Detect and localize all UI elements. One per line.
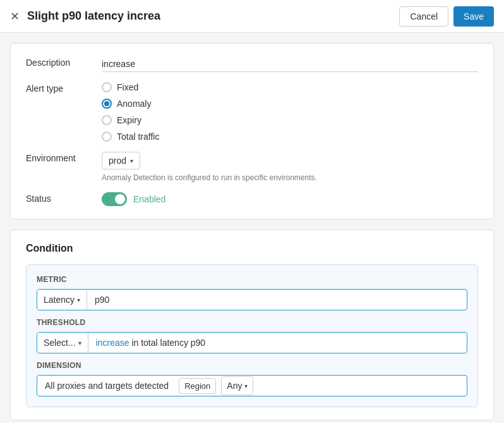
toggle-slider <box>102 192 127 206</box>
threshold-input-row: Select... ▾ increase in total latency p9… <box>37 332 467 353</box>
description-input[interactable] <box>102 56 478 72</box>
threshold-highlight: increase <box>96 338 129 348</box>
chevron-down-icon: ▾ <box>130 157 133 164</box>
environment-value: prod <box>109 156 126 166</box>
metric-value: p90 <box>87 290 467 310</box>
chevron-down-icon: ▾ <box>78 340 81 346</box>
metric-label: Metric <box>37 275 467 284</box>
dimension-dropdown-value: Any <box>227 381 242 391</box>
environment-note: Anomaly Detection is configured to run i… <box>102 173 478 182</box>
threshold-dropdown[interactable]: Select... ▾ <box>37 333 88 353</box>
radio-fixed[interactable]: Fixed <box>102 82 478 92</box>
radio-total-traffic-label: Total traffic <box>117 132 159 142</box>
environment-row: Environment prod ▾ Anomaly Detection is … <box>26 152 478 182</box>
metric-dropdown[interactable]: Latency ▾ <box>37 290 87 310</box>
radio-total-traffic-input[interactable] <box>102 132 112 142</box>
header: ✕ Slight p90 latency increa Cancel Save <box>0 0 504 33</box>
dimension-tag: Region <box>179 378 216 394</box>
threshold-suffix: in total latency p90 <box>129 338 206 348</box>
radio-anomaly-label: Anomaly <box>117 99 151 109</box>
chevron-down-icon: ▾ <box>77 297 80 303</box>
metric-dropdown-value: Latency <box>44 295 75 305</box>
description-field <box>102 56 478 72</box>
condition-card: Condition Metric Latency ▾ p90 Threshold <box>10 230 494 420</box>
metric-input-row: Latency ▾ p90 <box>37 289 467 310</box>
condition-title: Condition <box>26 243 478 254</box>
radio-total-traffic[interactable]: Total traffic <box>102 132 478 142</box>
description-label: Description <box>26 56 102 68</box>
radio-fixed-label: Fixed <box>117 82 138 92</box>
radio-anomaly[interactable]: Anomaly <box>102 99 478 109</box>
environment-label: Environment <box>26 152 102 163</box>
page-title: Slight p90 latency increa <box>27 9 399 23</box>
alert-type-label: Alert type <box>26 82 102 94</box>
radio-expiry-input[interactable] <box>102 115 112 125</box>
environment-field: prod ▾ Anomaly Detection is configured t… <box>102 152 478 182</box>
alert-type-row: Alert type Fixed Anomaly Expiry Total tr… <box>26 82 478 142</box>
header-actions: Cancel Save <box>399 6 494 27</box>
status-row: Status Enabled <box>26 192 478 206</box>
dimension-label: Dimension <box>37 361 467 370</box>
status-text: Enabled <box>133 194 165 204</box>
alert-settings-card: Description Alert type Fixed Anomaly Exp <box>10 43 494 219</box>
threshold-text: increase in total latency p90 <box>88 333 467 353</box>
threshold-dropdown-value: Select... <box>44 338 76 348</box>
status-field: Enabled <box>102 192 478 206</box>
dimension-prefix: All proxies and targets detected <box>37 376 176 396</box>
radio-expiry[interactable]: Expiry <box>102 115 478 125</box>
dimension-input-row: All proxies and targets detected Region … <box>37 375 467 396</box>
metric-section: Metric Latency ▾ p90 <box>37 275 467 310</box>
main-content: Description Alert type Fixed Anomaly Exp <box>0 33 504 423</box>
environment-dropdown[interactable]: prod ▾ <box>102 152 140 169</box>
threshold-label: Threshold <box>37 318 467 327</box>
status-toggle[interactable] <box>102 192 127 206</box>
radio-anomaly-input[interactable] <box>102 99 112 109</box>
description-row: Description <box>26 56 478 72</box>
metric-container: Metric Latency ▾ p90 Threshold Select...… <box>26 264 478 407</box>
close-icon[interactable]: ✕ <box>10 11 20 22</box>
chevron-down-icon: ▾ <box>244 383 248 389</box>
status-label: Status <box>26 192 102 204</box>
dimension-dropdown[interactable]: Any ▾ <box>221 376 253 395</box>
alert-type-field: Fixed Anomaly Expiry Total traffic <box>102 82 478 142</box>
threshold-section: Threshold Select... ▾ increase in total … <box>37 318 467 353</box>
radio-fixed-input[interactable] <box>102 82 112 92</box>
save-button[interactable]: Save <box>453 6 494 27</box>
radio-expiry-label: Expiry <box>117 115 141 125</box>
cancel-button[interactable]: Cancel <box>399 6 448 27</box>
dimension-section: Dimension All proxies and targets detect… <box>37 361 467 396</box>
